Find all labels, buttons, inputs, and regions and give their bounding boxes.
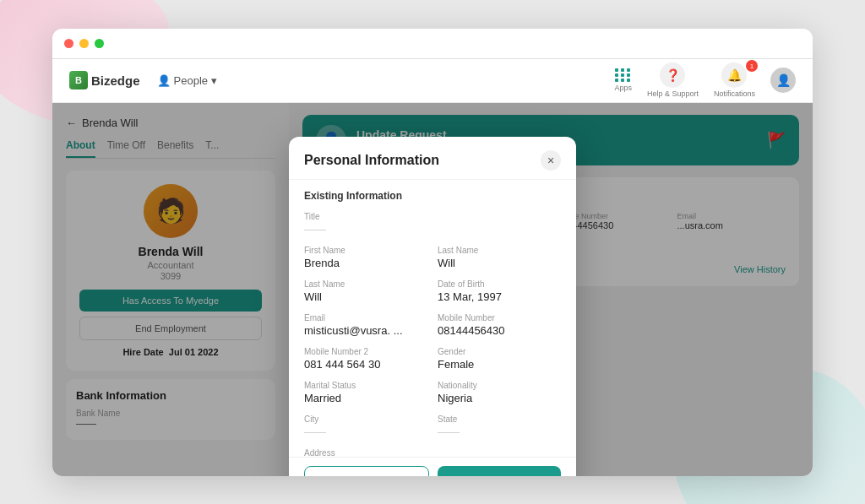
notifications-button[interactable]: 🔔 1 Notifications: [714, 62, 755, 98]
modal-state-label: State: [438, 415, 561, 424]
browser-dot-red[interactable]: [64, 39, 73, 48]
modal-field-address: Address ——: [304, 448, 561, 457]
apps-button[interactable]: Apps: [614, 68, 632, 92]
personal-information-modal: Personal Information × Existing Informat…: [289, 137, 576, 476]
logo-text: Bizedge: [91, 73, 140, 88]
nav-people-label: People: [174, 74, 208, 87]
modal-close-button[interactable]: ×: [541, 150, 561, 171]
logo: B Bizedge: [69, 71, 140, 89]
modal-dob-label: Date of Birth: [438, 279, 561, 289]
modal-field-mobile2: Mobile Number 2 081 444 564 30: [304, 347, 427, 371]
help-button[interactable]: ❓ Help & Support: [647, 62, 699, 98]
notification-badge: 1: [746, 60, 758, 72]
browser-dot-green[interactable]: [95, 39, 104, 48]
modal-header: Personal Information ×: [289, 137, 576, 180]
modal-mobile2-value: 081 444 564 30: [304, 358, 427, 371]
accept-update-button[interactable]: Accept Update: [438, 466, 561, 476]
modal-name-row: First Name Brenda Last Name Will: [304, 246, 561, 279]
modal-marital-nationality-row: Marital Status Married Nationality Niger…: [304, 381, 561, 415]
modal-mobile-value: 08144456430: [438, 324, 561, 337]
logo-icon: B: [69, 71, 88, 89]
browser-content: B Bizedge 👤 People ▾ Apps ❓: [52, 59, 813, 476]
modal-nationality-label: Nationality: [438, 381, 561, 390]
modal-footer: Decline Update Accept Update: [289, 457, 576, 476]
modal-city-label: City: [304, 415, 427, 424]
modal-field-lastname2: Last Name Will: [304, 279, 427, 303]
modal-field-marital: Marital Status Married: [304, 381, 427, 404]
modal-title-label: Title: [304, 212, 561, 221]
modal-address-label: Address: [304, 448, 561, 457]
modal-state-value: ——: [438, 425, 561, 438]
modal-field-title: Title ——: [304, 212, 561, 236]
modal-title-value: ——: [304, 223, 561, 236]
modal-field-dob: Date of Birth 13 Mar, 1997: [438, 279, 561, 303]
modal-field-email: Email misticusti@vusra. ...: [304, 313, 427, 337]
modal-title: Personal Information: [304, 153, 439, 168]
modal-field-state: State ——: [438, 415, 561, 438]
modal-mobile-label: Mobile Number: [438, 313, 561, 322]
modal-firstname-label: First Name: [304, 246, 427, 255]
modal-body: Existing Information Title —— First Name…: [289, 180, 576, 457]
main-content: ← Brenda Will About Time Off Benefits T.…: [52, 103, 813, 476]
modal-email-mobile-row: Email misticusti@vusra. ... Mobile Numbe…: [304, 313, 561, 347]
modal-email-label: Email: [304, 313, 427, 322]
modal-field-city: City ——: [304, 415, 427, 438]
modal-marital-label: Marital Status: [304, 381, 427, 390]
app-header: B Bizedge 👤 People ▾ Apps ❓: [52, 59, 813, 103]
modal-section-title: Existing Information: [304, 190, 561, 202]
browser-window: B Bizedge 👤 People ▾ Apps ❓: [52, 29, 813, 476]
modal-marital-value: Married: [304, 392, 427, 404]
help-icon: ❓: [660, 62, 685, 88]
modal-lastname2-value: Will: [304, 290, 427, 303]
help-label: Help & Support: [647, 89, 699, 98]
user-avatar[interactable]: 👤: [770, 68, 796, 93]
modal-nationality-value: Nigeria: [438, 392, 561, 404]
modal-field-firstname: First Name Brenda: [304, 246, 427, 269]
modal-field-lastname: Last Name Will: [438, 246, 561, 269]
modal-gender-value: Female: [438, 358, 561, 371]
decline-update-button[interactable]: Decline Update: [304, 466, 429, 476]
apps-icon: [615, 68, 631, 82]
modal-gender-label: Gender: [438, 347, 561, 356]
modal-lastname-dob-row: Last Name Will Date of Birth 13 Mar, 199…: [304, 279, 561, 313]
modal-firstname-value: Brenda: [304, 257, 427, 269]
modal-dob-value: 13 Mar, 1997: [438, 290, 561, 303]
modal-mobile2-gender-row: Mobile Number 2 081 444 564 30 Gender Fe…: [304, 347, 561, 381]
people-icon: 👤: [157, 74, 171, 87]
nav-people[interactable]: 👤 People ▾: [157, 74, 217, 87]
modal-field-mobile: Mobile Number 08144456430: [438, 313, 561, 337]
modal-lastname-value: Will: [438, 257, 561, 269]
browser-dot-yellow[interactable]: [79, 39, 89, 48]
modal-lastname2-label: Last Name: [304, 279, 427, 289]
modal-city-state-row: City —— State ——: [304, 415, 561, 448]
modal-city-value: ——: [304, 425, 427, 438]
header-right: Apps ❓ Help & Support 🔔 1 Notifications …: [614, 62, 796, 98]
modal-mobile2-label: Mobile Number 2: [304, 347, 427, 356]
notifications-label: Notifications: [714, 89, 755, 98]
modal-field-nationality: Nationality Nigeria: [438, 381, 561, 404]
browser-chrome: [52, 29, 813, 59]
modal-email-value: misticusti@vusra. ...: [304, 324, 427, 337]
modal-field-gender: Gender Female: [438, 347, 561, 371]
bell-icon: 🔔: [721, 62, 747, 88]
chevron-down-icon: ▾: [211, 74, 217, 87]
modal-overlay: Personal Information × Existing Informat…: [52, 103, 813, 476]
modal-lastname-label: Last Name: [438, 246, 561, 255]
apps-label: Apps: [614, 84, 632, 92]
